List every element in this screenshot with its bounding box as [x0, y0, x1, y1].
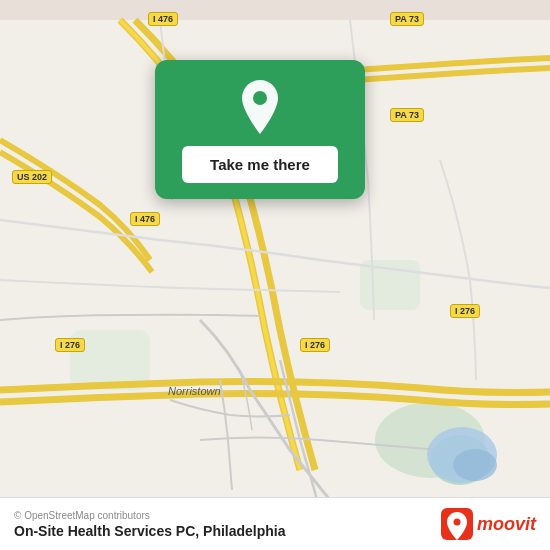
road-label-pa73-mid: PA 73 — [390, 108, 424, 122]
map-container: I 476 PA 73 US 202 I 476 PA 73 I 276 I 2… — [0, 0, 550, 550]
map-pin-icon — [236, 80, 284, 134]
bottom-left-info: © OpenStreetMap contributors On-Site Hea… — [14, 510, 286, 539]
bottom-bar: © OpenStreetMap contributors On-Site Hea… — [0, 497, 550, 550]
place-name: On-Site Health Services PC, Philadelphia — [14, 523, 286, 539]
svg-point-6 — [453, 449, 497, 481]
road-label-us202: US 202 — [12, 170, 52, 184]
road-label-pa73-top: PA 73 — [390, 12, 424, 26]
road-label-i276-right: I 276 — [450, 304, 480, 318]
road-label-i476-mid: I 476 — [130, 212, 160, 226]
svg-point-9 — [453, 519, 460, 526]
location-card: Take me there — [155, 60, 365, 199]
road-label-i476-top: I 476 — [148, 12, 178, 26]
take-me-there-button[interactable]: Take me there — [182, 146, 338, 183]
svg-point-7 — [253, 91, 267, 105]
norristown-label: Norristown — [168, 385, 221, 397]
road-label-i276-left: I 276 — [55, 338, 85, 352]
moovit-logo: moovit — [441, 508, 536, 540]
moovit-text: moovit — [477, 514, 536, 535]
osm-attribution: © OpenStreetMap contributors — [14, 510, 286, 521]
moovit-icon — [441, 508, 473, 540]
road-label-i276-mid: I 276 — [300, 338, 330, 352]
